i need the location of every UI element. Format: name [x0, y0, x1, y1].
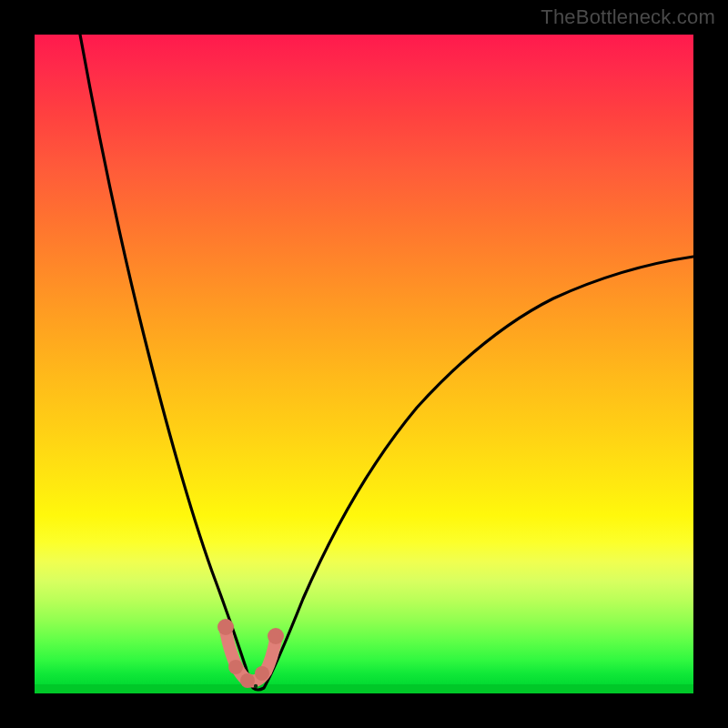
curve-layer — [35, 35, 693, 693]
chart-container: TheBottleneck.com — [0, 0, 728, 728]
marker-point-mid-right — [255, 666, 269, 681]
marker-point-mid-left — [228, 660, 243, 674]
watermark-text: TheBottleneck.com — [541, 5, 715, 29]
marker-point-right — [268, 628, 284, 644]
plot-area — [35, 35, 693, 693]
bottleneck-curve — [80, 35, 693, 690]
baseline-bar — [35, 684, 693, 693]
annotation-layer — [35, 35, 693, 693]
minimum-marker-group — [217, 619, 284, 688]
marker-point-left — [217, 619, 234, 635]
marker-stroke — [226, 631, 276, 681]
